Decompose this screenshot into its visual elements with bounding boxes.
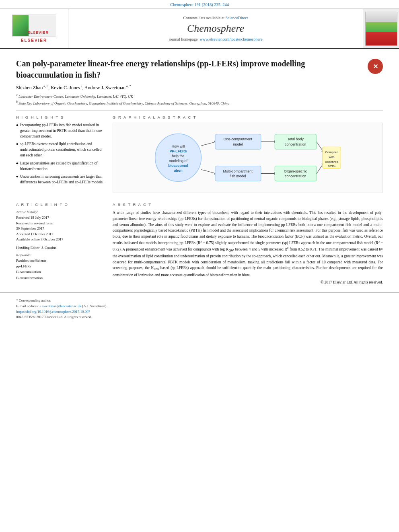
- keyword-1: Partition coefficients: [16, 258, 105, 263]
- svg-text:BCFs: BCFs: [328, 164, 336, 168]
- highlight-item-2: sp-LFERs overestimated lipid contributio…: [16, 142, 105, 158]
- article-info-header: A R T I C L E I N F O: [16, 202, 105, 207]
- corresponding-author-note: * Corresponding author.: [16, 298, 383, 302]
- svg-text:concentration: concentration: [285, 175, 306, 179]
- homepage-link[interactable]: www.elsevier.com/locate/chemosphere: [200, 37, 263, 41]
- affiliations: a Lancaster Environment Centre, Lancaste…: [16, 93, 383, 106]
- affil-2: b State Key Laboratory of Organic Geoche…: [16, 100, 383, 106]
- highlights-header: H I G H L I G H T S: [16, 115, 105, 119]
- journal-thumbnail: [365, 12, 397, 46]
- abstract-header: A B S T R A C T: [113, 202, 383, 207]
- received-date: Received 18 July 2017: [16, 215, 105, 221]
- contents-label: Contents lists available at: [183, 16, 224, 20]
- handling-editor: Handling Editor: J. Cousins: [16, 246, 105, 250]
- svg-text:One-compartment: One-compartment: [224, 138, 253, 142]
- issn-line: 0045-6535/© 2017 Elsevier Ltd. All right…: [16, 315, 383, 319]
- graphical-abstract-column: G R A P H I C A L A B S T R A C T How wi…: [113, 115, 383, 193]
- keyword-3: Bioaccumulation: [16, 269, 105, 275]
- page: Chemosphere 191 (2018) 235–244 ELSEVIER …: [0, 0, 399, 532]
- article-dates: Received 18 July 2017 Received in revise…: [16, 215, 105, 242]
- author-email-link[interactable]: a.sweetman@lancaster.ac.uk: [39, 304, 82, 308]
- highlights-list: Incorporating pp-LFERs into fish model r…: [16, 123, 105, 185]
- author-2: Kevin C. Jones: [51, 85, 80, 90]
- copyright-line: © 2017 Elsevier Ltd. All rights reserved…: [113, 280, 383, 284]
- footer: * Corresponding author. E-mail address: …: [0, 292, 399, 323]
- revised-label: Received in revised form: [16, 221, 105, 226]
- accepted-date: Accepted 1 October 2017: [16, 232, 105, 237]
- elsevier-logo-area: ELSEVIER: [0, 9, 68, 48]
- journal-header-center: Contents lists available at ScienceDirec…: [68, 9, 363, 48]
- highlights-graphical-section: H I G H L I G H T S Incorporating pp-LFE…: [16, 111, 383, 193]
- highlight-item-1: Incorporating pp-LFERs into fish model r…: [16, 123, 105, 139]
- doi-link[interactable]: https://doi.org/10.1016/j.chemosphere.20…: [16, 310, 383, 314]
- highlight-item-4: Uncertainties in screening assessments a…: [16, 174, 105, 185]
- svg-text:Multi-compartment: Multi-compartment: [223, 169, 253, 173]
- revised-date: 30 September 2017: [16, 226, 105, 232]
- crossmark-badge: [368, 59, 383, 74]
- keywords-list: Partition coefficients pp-LFERs Bioaccum…: [16, 258, 105, 281]
- email-line: E-mail address: a.sweetman@lancaster.ac.…: [16, 304, 383, 308]
- homepage-label: journal homepage:: [169, 37, 199, 41]
- affil-1: a Lancaster Environment Centre, Lancaste…: [16, 93, 383, 99]
- elsevier-brand-text: ELSEVIER: [21, 38, 47, 43]
- abstract-text: A wide range of studies have characteriz…: [113, 210, 383, 278]
- svg-text:ation: ation: [174, 168, 182, 173]
- email-label: E-mail address:: [16, 304, 39, 308]
- svg-rect-17: [275, 134, 317, 150]
- highlights-column: H I G H L I G H T S Incorporating pp-LFE…: [16, 115, 105, 193]
- graphical-abstract-header: G R A P H I C A L A B S T R A C T: [113, 115, 383, 119]
- sciencedirect-link[interactable]: ScienceDirect: [225, 16, 248, 20]
- journal-title-header: Chemosphere: [187, 23, 244, 35]
- top-citation-bar: Chemosphere 191 (2018) 235–244: [0, 0, 399, 9]
- article-history-label: Article history:: [16, 210, 105, 214]
- article-title-area: Can poly-parameter linear-free energy re…: [16, 58, 383, 80]
- ga-svg: How will PP-LFERs help the modeling of b…: [113, 123, 383, 193]
- svg-text:Total body: Total body: [287, 138, 304, 142]
- article-info-abstract-section: A R T I C L E I N F O Article history: R…: [16, 198, 383, 284]
- svg-text:modeling of: modeling of: [169, 159, 187, 163]
- svg-rect-20: [275, 166, 317, 181]
- svg-text:help the: help the: [172, 154, 185, 158]
- svg-text:Compare: Compare: [325, 150, 338, 154]
- svg-line-7: [201, 142, 216, 146]
- main-content: Can poly-parameter linear-free energy re…: [0, 49, 399, 292]
- elsevier-logo: ELSEVIER: [12, 14, 56, 43]
- keyword-4: Biotransformation: [16, 275, 105, 281]
- svg-text:fish model: fish model: [230, 175, 246, 179]
- article-title: Can poly-parameter linear-free energy re…: [16, 58, 383, 80]
- author-3: Andrew J. Sweetman: [84, 85, 125, 90]
- available-date: Available online 3 October 2017: [16, 237, 105, 242]
- svg-text:How will: How will: [172, 144, 185, 148]
- highlight-item-3: Large uncertainties are caused by quanti…: [16, 161, 105, 172]
- svg-text:model: model: [233, 143, 243, 147]
- graphical-abstract-diagram: How will PP-LFERs help the modeling of b…: [113, 123, 383, 193]
- svg-text:bioaccumul: bioaccumul: [168, 164, 188, 168]
- email-suffix: (A.J. Sweetman).: [82, 304, 107, 308]
- elsevier-logo-image: [12, 14, 56, 37]
- svg-text:observed: observed: [325, 160, 338, 164]
- authors-line: Shizhen Zhao a, b, Kevin C. Jones a, And…: [16, 84, 383, 91]
- svg-line-8: [201, 170, 216, 174]
- svg-rect-12: [215, 166, 261, 181]
- journal-header: ELSEVIER Contents lists available at Sci…: [0, 9, 399, 49]
- journal-thumb-area: [363, 9, 399, 48]
- svg-text:Organ-specific: Organ-specific: [284, 169, 307, 173]
- journal-citation: Chemosphere 191 (2018) 235–244: [170, 2, 229, 7]
- svg-text:concentration: concentration: [285, 143, 306, 147]
- crossmark-icon: [368, 59, 383, 74]
- svg-rect-9: [215, 134, 261, 150]
- keywords-label: Keywords:: [16, 253, 105, 257]
- keyword-2: pp-LFERs: [16, 263, 105, 269]
- svg-text:PP-LFERs: PP-LFERs: [170, 149, 187, 153]
- svg-text:with: with: [329, 155, 335, 159]
- article-info-column: A R T I C L E I N F O Article history: R…: [16, 202, 105, 284]
- contents-available-line: Contents lists available at ScienceDirec…: [183, 16, 248, 20]
- author-1: Shizhen Zhao: [16, 85, 43, 90]
- journal-homepage-line: journal homepage: www.elsevier.com/locat…: [169, 37, 262, 41]
- abstract-column: A B S T R A C T A wide range of studies …: [113, 202, 383, 284]
